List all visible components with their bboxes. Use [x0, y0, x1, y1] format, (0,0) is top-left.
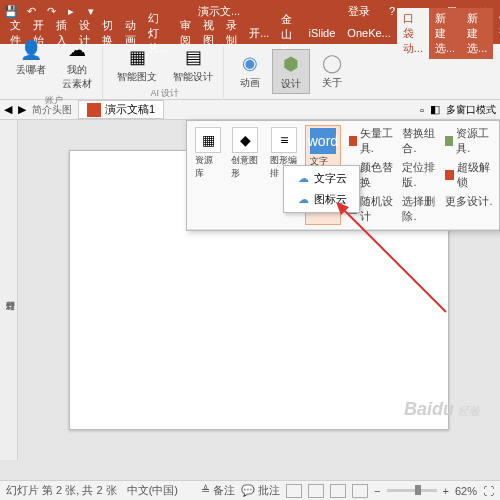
wordcloud-icon: word — [310, 128, 336, 154]
grid-more[interactable]: 更多设计. — [443, 193, 495, 210]
ribbon-group-tools: ◉动画 ⬢设计 ◯关于 — [228, 46, 354, 98]
wordcloud-submenu: ☁文字云 ☁图标云 — [283, 165, 360, 213]
grid-resource-tools[interactable]: 资源工具. — [443, 125, 495, 157]
ribbon-group-account: 👤丢哪者 ☁我的 云素材 账户 — [6, 46, 103, 98]
hexagon-icon: ⬢ — [279, 52, 303, 76]
grid-position[interactable]: 定位排版. — [400, 159, 441, 191]
watermark: Baidu 经验 — [404, 399, 480, 420]
ribbon-btn-anim[interactable]: ◉动画 — [232, 49, 268, 94]
comments-button[interactable]: 💬 批注 — [241, 483, 280, 498]
tab-islide[interactable]: iSlide — [302, 24, 341, 42]
layout-icon: ▤ — [181, 45, 205, 69]
ribbon-btn-smartdesign[interactable]: ▤智能设计 — [167, 43, 219, 86]
tab-onekey[interactable]: OneKe... — [341, 24, 396, 42]
grid-icon: ▦ — [125, 45, 149, 69]
view-sorter-icon[interactable] — [308, 484, 324, 498]
next-doc-icon[interactable]: ▶ — [18, 103, 26, 116]
tab-new1[interactable]: 新建选... — [429, 8, 461, 59]
design-popup: ▦资源库 ◆创意图形 ≡图形编排 word文字云 矢量工具. 颜色替换 随机设计… — [186, 120, 500, 231]
iconcloud-icon: ☁ — [296, 193, 310, 207]
submenu-icon-cloud[interactable]: ☁图标云 — [286, 189, 357, 210]
arrange-icon: ≡ — [271, 127, 297, 153]
intro-label[interactable]: 简介头图 — [32, 103, 72, 117]
grid-replace-combo[interactable]: 替换组合. — [400, 125, 441, 157]
notes-button[interactable]: ≜ 备注 — [201, 483, 235, 498]
vector-icon — [349, 136, 357, 146]
language-indicator[interactable]: 中文(中国) — [127, 483, 178, 498]
ribbon-btn-about[interactable]: ◯关于 — [314, 49, 350, 94]
submenu-text-cloud[interactable]: ☁文字云 — [286, 168, 357, 189]
ppt-icon — [87, 103, 101, 117]
ribbon-group-ai: ▦智能图文 ▤智能设计 AI 设计 — [107, 46, 224, 98]
grid-select-del[interactable]: 选择删除. — [400, 193, 441, 225]
tools-icon — [445, 136, 453, 146]
view-reading-icon[interactable] — [330, 484, 346, 498]
view-slideshow-icon[interactable] — [352, 484, 368, 498]
tab-new2[interactable]: 新建选... — [461, 8, 493, 59]
popup-btn-creative[interactable]: ◆创意图形 — [227, 125, 264, 225]
tab-dev[interactable]: 开... — [243, 23, 275, 44]
document-bar: ◀ ▶ 简介头图 演示文稿1 ▫ ◧ 多窗口模式 — [0, 100, 500, 120]
zoom-in-icon[interactable]: + — [443, 485, 449, 497]
ribbon-btn-smartimg[interactable]: ▦智能图文 — [111, 43, 163, 86]
textcloud-icon: ☁ — [296, 172, 310, 186]
zoom-level[interactable]: 62% — [455, 485, 477, 497]
panel-icon-2[interactable]: ◧ — [430, 103, 440, 116]
multi-window[interactable]: 多窗口模式 — [446, 103, 496, 117]
fit-icon[interactable]: ⛶ — [483, 485, 494, 497]
slide-canvas: ▦资源库 ◆创意图形 ≡图形编排 word文字云 矢量工具. 颜色替换 随机设计… — [18, 120, 500, 460]
play-icon: ◉ — [238, 51, 262, 75]
shapes-icon: ◆ — [232, 127, 258, 153]
slide-counter: 幻灯片 第 2 张, 共 2 张 — [6, 483, 117, 498]
doc-tab[interactable]: 演示文稿1 — [78, 100, 164, 119]
grid-vector-tools[interactable]: 矢量工具. — [347, 125, 399, 157]
tell-me[interactable]: 告诉我 — [493, 8, 500, 59]
panel-icon-1[interactable]: ▫ — [420, 104, 424, 116]
zoom-out-icon[interactable]: − — [374, 485, 380, 497]
grid-unlock[interactable]: 超级解锁 — [443, 159, 495, 191]
login-button[interactable]: 登录 — [340, 4, 378, 19]
question-icon: ◯ — [320, 51, 344, 75]
tab-pocket[interactable]: 口袋动... — [397, 8, 429, 59]
status-bar: 幻灯片 第 2 张, 共 2 张 中文(中国) ≜ 备注 💬 批注 − + 62… — [0, 480, 500, 500]
thumbnail-panel[interactable]: 幻灯管理 — [0, 120, 18, 460]
resource-icon: ▦ — [195, 127, 221, 153]
ribbon-btn-design[interactable]: ⬢设计 — [272, 49, 310, 94]
user-icon: 👤 — [19, 38, 43, 62]
popup-btn-resources[interactable]: ▦资源库 — [191, 125, 225, 225]
cloud-icon: ☁ — [65, 38, 89, 62]
view-normal-icon[interactable] — [286, 484, 302, 498]
unlock-icon — [445, 170, 453, 180]
zoom-slider[interactable] — [387, 489, 437, 492]
ribbon-btn-user[interactable]: 👤丢哪者 — [10, 36, 52, 93]
prev-doc-icon[interactable]: ◀ — [4, 103, 12, 116]
ribbon-btn-cloud[interactable]: ☁我的 云素材 — [56, 36, 98, 93]
workspace: 幻灯管理 ▦资源库 ◆创意图形 ≡图形编排 word文字云 矢量工具. 颜色替换… — [0, 120, 500, 460]
